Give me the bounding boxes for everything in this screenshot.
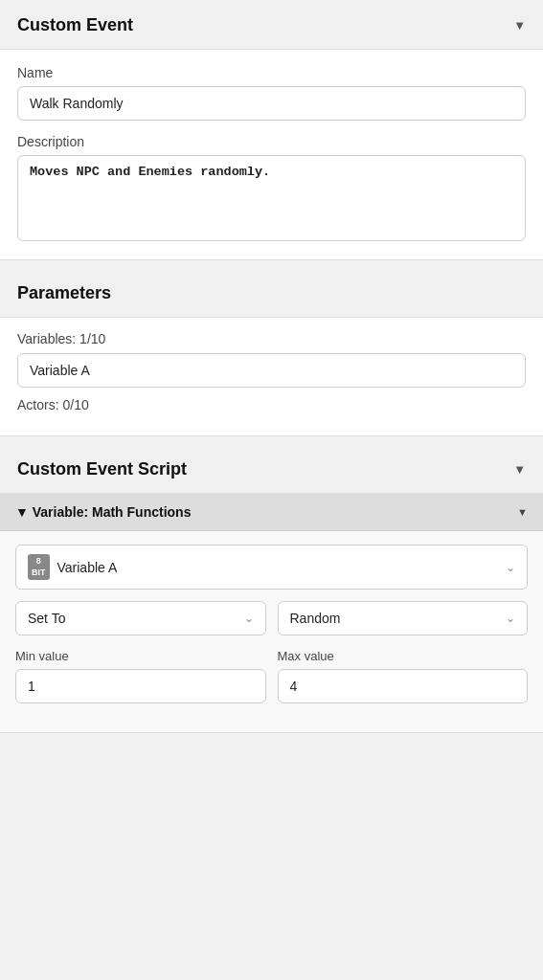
custom-event-title: Custom Event	[17, 15, 133, 35]
random-chevron: ⌄	[506, 612, 515, 625]
description-field-group: Description Moves NPC and Enemies random…	[17, 134, 526, 244]
set-to-label: Set To	[28, 611, 244, 626]
parameters-section: Parameters Variables: 1/10 Actors: 0/10	[0, 268, 543, 436]
custom-event-chevron[interactable]: ▼	[513, 18, 526, 33]
script-section: Custom Event Script ▼ ▼ Variable: Math F…	[0, 444, 543, 733]
set-to-select[interactable]: Set To ⌄	[15, 601, 266, 635]
main-panel: Custom Event ▼ Name Description Moves NP…	[0, 0, 543, 733]
custom-event-body: Name Description Moves NPC and Enemies r…	[0, 49, 543, 260]
set-to-random-row: Set To ⌄ Random ⌄	[15, 601, 528, 635]
max-input[interactable]	[278, 669, 529, 703]
min-max-labels: Min value Max value	[15, 649, 528, 663]
script-title: Custom Event Script	[17, 459, 187, 479]
script-chevron[interactable]: ▼	[513, 462, 526, 477]
set-to-chevron: ⌄	[244, 612, 254, 625]
max-label: Max value	[278, 649, 529, 663]
random-select[interactable]: Random ⌄	[278, 601, 529, 635]
sub-section-title: ▼ Variable: Math Functions	[15, 504, 191, 520]
actors-count: Actors: 0/10	[17, 397, 526, 412]
min-max-inputs	[15, 669, 528, 703]
divider-2	[0, 436, 543, 444]
description-input[interactable]: Moves NPC and Enemies randomly.	[17, 155, 526, 241]
parameters-title: Parameters	[17, 283, 526, 303]
variable-select-label: Variable A	[57, 560, 507, 575]
min-input[interactable]	[15, 669, 266, 703]
variable-select[interactable]: 8BIT Variable A ⌄	[15, 545, 528, 590]
name-field-group: Name	[17, 65, 526, 121]
description-label: Description	[17, 134, 526, 149]
name-label: Name	[17, 65, 526, 80]
divider-1	[0, 260, 543, 268]
sub-section-body: 8BIT Variable A ⌄ Set To ⌄ Random ⌄	[0, 531, 543, 732]
variables-count: Variables: 1/10	[17, 331, 526, 346]
variable-select-chevron: ⌄	[506, 561, 515, 574]
variables-row: Variables: 1/10	[17, 331, 526, 388]
bit-badge: 8BIT	[28, 554, 50, 580]
name-input[interactable]	[17, 86, 526, 121]
min-label: Min value	[15, 649, 266, 663]
sub-section-chevron[interactable]: ▼	[517, 506, 528, 518]
parameters-header: Parameters	[0, 268, 543, 317]
script-header: Custom Event Script ▼	[0, 444, 543, 493]
variable-input[interactable]	[17, 353, 526, 388]
variable-select-row: 8BIT Variable A ⌄	[15, 545, 528, 590]
random-label: Random	[290, 611, 507, 626]
script-body: ▼ Variable: Math Functions ▼ 8BIT Variab…	[0, 493, 543, 733]
custom-event-header: Custom Event ▼	[0, 0, 543, 49]
sub-section-header[interactable]: ▼ Variable: Math Functions ▼	[0, 494, 543, 531]
actors-row: Actors: 0/10	[17, 397, 526, 412]
parameters-body: Variables: 1/10 Actors: 0/10	[0, 317, 543, 436]
